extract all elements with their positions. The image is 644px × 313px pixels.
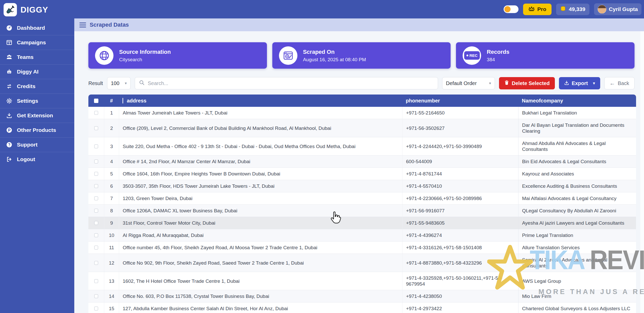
table-row[interactable]: 10Al Rigga Road, Al Muraqqabat, Dubai+97… (88, 229, 636, 242)
column-header-nameofcompany[interactable]: Nameofcompany (518, 98, 636, 104)
table-row[interactable]: 14Office No. 603, P.O Box 117538, Crysta… (88, 290, 636, 302)
column-header-num[interactable]: # (104, 98, 119, 104)
delete-selected-button[interactable]: Delete Selected (499, 77, 555, 89)
card-source-information: Source InformationCitysearch (88, 42, 267, 69)
sidebar-item-logout[interactable]: Logout (0, 152, 74, 166)
sidebar-item-teams[interactable]: Teams (0, 50, 74, 64)
avatar (598, 5, 606, 14)
row-checkbox[interactable] (94, 261, 98, 265)
row-checkbox[interactable] (94, 307, 98, 310)
row-checkbox[interactable] (94, 184, 98, 188)
summary-cards: Source InformationCitysearchScraped OnAu… (88, 42, 635, 69)
card-value: Citysearch (119, 57, 171, 62)
back-label: Back (618, 80, 629, 86)
row-checkbox[interactable] (94, 233, 98, 237)
cell-nameofcompany: Allure Translation Services (518, 242, 636, 254)
sidebar-item-other-products[interactable]: Other Products (0, 123, 74, 137)
menu-icon[interactable] (79, 23, 86, 27)
table-row[interactable]: 931st Floor, Control Tower Motor City, D… (88, 217, 636, 229)
table-row[interactable]: 71203, Green Tower Deira, Dubai+971-4-22… (88, 192, 636, 205)
table-row[interactable]: 15127, Abdulla Kamber Business Center Sa… (88, 302, 636, 313)
row-checkbox[interactable] (94, 294, 98, 298)
table-row[interactable]: 3Suite 220, Oud Metha - Office 402 - 9 1… (88, 137, 636, 155)
main-content: Source InformationCitysearchScraped OnAu… (74, 31, 644, 313)
cell-phonenumber: +971-4-8873880,+971-58-4323296 (402, 254, 518, 272)
row-checkbox[interactable] (94, 160, 98, 163)
cell-phonenumber: +971-4-2973422 (402, 302, 518, 313)
globe-icon (95, 46, 113, 65)
topbar: Pro 49,339 Cyril Gupta (74, 0, 644, 18)
select-all-checkbox[interactable] (94, 99, 98, 103)
user-menu[interactable]: Cyril Gupta (594, 3, 641, 15)
card-title: Scraped On (303, 49, 366, 55)
table-row[interactable]: 1Almas Tower Jumeirah Lake Towers - JLT,… (88, 107, 636, 119)
theme-toggle[interactable] (504, 5, 518, 13)
row-checkbox[interactable] (94, 111, 98, 115)
export-button[interactable]: Export ▾ (559, 77, 600, 89)
card-title: Source Information (119, 49, 171, 55)
search-box[interactable] (135, 77, 438, 89)
pro-button[interactable]: Pro (523, 4, 552, 15)
question-icon (6, 141, 13, 148)
chevron-down-icon: ▾ (489, 81, 491, 86)
cell-address: Office number 45, 4th Floor, Sheikh Zaye… (119, 242, 402, 254)
table-row[interactable]: 63503-3507, 35th Floor, HDS Tower Jumeir… (88, 180, 636, 192)
cell-phonenumber: +971-55-2164650 (402, 107, 518, 119)
table-row[interactable]: 2Office (209), Level 2, Commercial Bank … (88, 119, 636, 137)
sidebar-item-credits[interactable]: Credits (0, 79, 74, 93)
credits-badge[interactable]: 49,339 (556, 4, 589, 15)
row-checkbox[interactable] (94, 209, 98, 213)
sidebar-item-get-extension[interactable]: Get Extension (0, 108, 74, 123)
sidebar-item-campaigns[interactable]: Campaigns (0, 35, 74, 50)
cell-address: Almas Tower Jumeirah Lake Towers - JLT, … (119, 107, 402, 119)
cell-address: 3503-3507, 35th Floor, HDS Tower Jumeira… (119, 180, 402, 192)
column-header-address[interactable]: address (119, 98, 402, 104)
cell-phonenumber: +971-4-4238050 (402, 290, 518, 302)
cell-address: Office 1206A, DAMAC XL tower Business Ba… (119, 205, 402, 217)
cell-nameofcompany: Mai Alfalasi Advocates & Legal Consultan… (518, 192, 636, 204)
cell-address: Office No 902, 9th Floor, Sheikh Zayed R… (119, 254, 402, 272)
row-checkbox[interactable] (94, 221, 98, 225)
row-checkbox[interactable] (94, 172, 98, 176)
app-root: DIGGY DashboardCampaignsTeamsDiggy AICre… (0, 0, 644, 313)
logo[interactable]: DIGGY (0, 0, 74, 19)
chevron-down-icon: ▾ (593, 81, 595, 86)
search-input[interactable] (148, 80, 434, 86)
cell-num: 10 (104, 229, 119, 241)
card-value: 384 (487, 57, 509, 62)
cell-num: 14 (104, 290, 119, 302)
cell-num: 12 (104, 254, 119, 272)
sidebar-item-dashboard[interactable]: Dashboard (0, 20, 74, 35)
scrollbar[interactable] (640, 31, 644, 313)
cell-num: 2 (104, 119, 119, 137)
order-select[interactable]: Default Order ▾ (442, 77, 495, 89)
sidebar-item-settings[interactable]: Settings (0, 93, 74, 108)
cell-num: 11 (104, 242, 119, 254)
cell-num: 6 (104, 180, 119, 192)
cell-nameofcompany: Prime Legal Translation (518, 229, 636, 241)
row-checkbox[interactable] (94, 279, 98, 283)
export-download-icon (564, 80, 569, 87)
cell-nameofcompany: Ahmad Abdulla Ahli Advocates & Legal Con… (518, 137, 636, 155)
table-row[interactable]: 4Office # 14, 2nd Floor, Al Mamzar Cente… (88, 155, 636, 168)
table-row[interactable]: 8Office 1206A, DAMAC XL tower Business B… (88, 205, 636, 217)
table-row[interactable]: 12Office No 902, 9th Floor, Sheikh Zayed… (88, 254, 636, 272)
row-checkbox[interactable] (94, 144, 98, 148)
credits-icon (6, 83, 13, 90)
sidebar-item-diggy-ai[interactable]: Diggy AI (0, 64, 74, 79)
table-row[interactable]: 5Office 1604, 16th Floor, Empire Heights… (88, 168, 636, 180)
cell-phonenumber: +971-4-8761744 (402, 168, 518, 180)
cell-phonenumber: +971-56-3502627 (402, 119, 518, 137)
row-checkbox[interactable] (94, 246, 98, 249)
row-checkbox[interactable] (94, 126, 98, 130)
table-body: 1Almas Tower Jumeirah Lake Towers - JLT,… (88, 107, 636, 313)
row-checkbox[interactable] (94, 196, 98, 200)
cell-nameofcompany: Ayesha Al jaziri Lawyers and Legal Consu… (518, 217, 636, 229)
table-row[interactable]: 131602, The H Hotel Office Tower Trade C… (88, 272, 636, 290)
column-header-phonenumber[interactable]: phonenumber (402, 98, 518, 104)
sidebar-item-support[interactable]: Support (0, 137, 74, 152)
back-button[interactable]: ← Back (604, 77, 635, 89)
cell-num: 5 (104, 168, 119, 180)
result-count-select[interactable]: 100 ▾ (107, 77, 131, 89)
table-row[interactable]: 11Office number 45, 4th Floor, Sheikh Za… (88, 242, 636, 254)
